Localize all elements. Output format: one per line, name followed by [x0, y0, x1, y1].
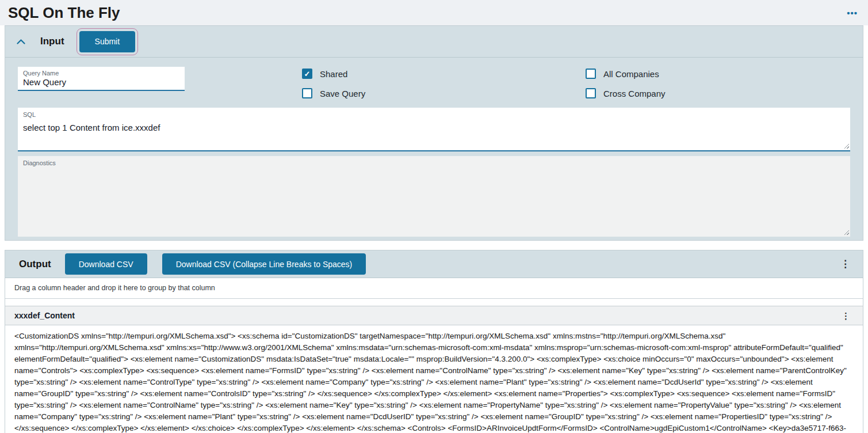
checkbox-icon	[302, 69, 312, 79]
query-name-input[interactable]	[23, 77, 179, 87]
query-name-field: Query Name	[18, 67, 185, 91]
app-header: SQL On The Fly •••	[0, 0, 868, 25]
download-csv-button[interactable]: Download CSV	[65, 253, 147, 275]
checkbox-icon	[586, 69, 596, 79]
sql-input[interactable]: select top 1 Content from ice.xxxdef	[23, 123, 845, 136]
cross-company-checkbox[interactable]: Cross Company	[586, 88, 666, 98]
diagnostics-label: Diagnostics	[23, 159, 845, 166]
output-panel-header: Output Download CSV Download CSV (Collap…	[5, 250, 863, 278]
checkbox-column-1: Shared Save Query	[302, 67, 586, 108]
output-menu-kebab-icon[interactable]: ⋮	[837, 259, 854, 269]
diagnostics-output	[23, 171, 845, 185]
group-by-drop-zone[interactable]: Drag a column header and drop it here to…	[5, 278, 863, 299]
input-panel-header: Input Submit	[5, 26, 863, 58]
resize-grip-icon[interactable]	[843, 142, 849, 149]
download-csv-collapse-button[interactable]: Download CSV (Collapse Line Breaks to Sp…	[162, 253, 366, 275]
overflow-menu-icon[interactable]: •••	[847, 9, 858, 17]
save-query-checkbox-label: Save Query	[320, 89, 365, 98]
checkbox-column-2: All Companies Cross Company	[586, 67, 666, 108]
input-panel: Input Submit Query Name Shared Save Quer…	[5, 25, 863, 241]
diagnostics-field: Diagnostics	[18, 156, 850, 237]
collapse-input-button[interactable]	[17, 39, 25, 44]
sql-label: SQL	[23, 111, 845, 118]
all-companies-checkbox-label: All Companies	[603, 69, 659, 79]
input-section-title: Input	[40, 36, 64, 47]
page-title: SQL On The Fly	[8, 5, 120, 20]
sql-field: SQL select top 1 Content from ice.xxxdef	[18, 108, 850, 151]
shared-checkbox-label: Shared	[320, 69, 347, 79]
shared-checkbox[interactable]: Shared	[302, 69, 586, 79]
chevron-up-icon	[17, 39, 25, 44]
submit-button[interactable]: Submit	[79, 31, 136, 52]
grid-column-header[interactable]: xxxdef_Content ⋮	[5, 306, 863, 325]
output-section-title: Output	[19, 259, 51, 270]
resize-grip-icon[interactable]	[843, 229, 849, 235]
checkbox-icon	[586, 88, 596, 98]
results-grid: xxxdef_Content ⋮ <CustomizationDS xmlns=…	[5, 306, 863, 433]
cross-company-checkbox-label: Cross Company	[603, 89, 666, 98]
checkbox-icon	[302, 88, 312, 98]
column-header-label: xxxdef_Content	[14, 311, 75, 320]
input-panel-body: Query Name Shared Save Query All Compan	[5, 58, 863, 242]
all-companies-checkbox[interactable]: All Companies	[586, 69, 666, 79]
grid-cell-xxxdef-content[interactable]: <CustomizationDS xmlns="http://tempuri.o…	[5, 325, 863, 433]
column-menu-kebab-icon[interactable]: ⋮	[838, 312, 854, 320]
query-name-label: Query Name	[23, 70, 179, 77]
output-panel: Output Download CSV Download CSV (Collap…	[5, 250, 863, 433]
save-query-checkbox[interactable]: Save Query	[302, 88, 586, 98]
